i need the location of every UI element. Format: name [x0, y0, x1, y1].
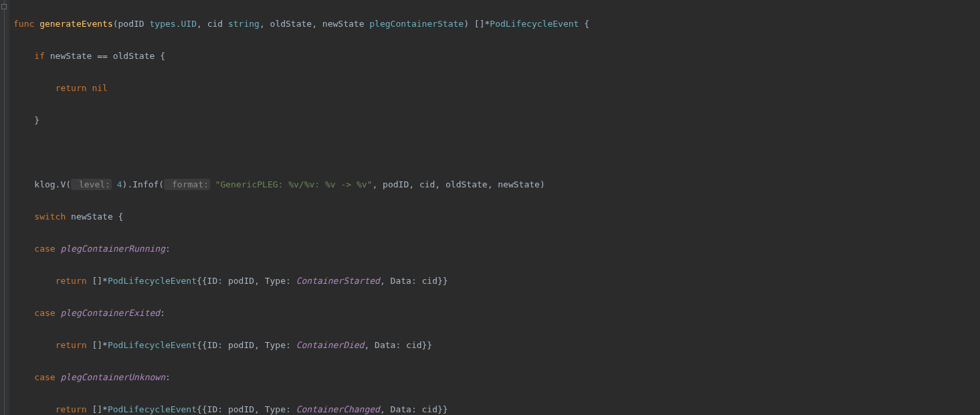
constant: ContainerDied — [296, 340, 365, 350]
code-line[interactable]: klog.V( level: 4).Infof( format: "Generi… — [13, 177, 980, 193]
code-line[interactable]: case plegContainerRunning: — [13, 241, 980, 257]
type: PodLifecycleEvent — [108, 340, 197, 350]
code-line[interactable]: return []*PodLifecycleEvent{{ID: podID, … — [13, 402, 980, 415]
code-line[interactable]: if newState == oldState { — [13, 48, 980, 64]
keyword-func: func — [13, 19, 34, 29]
param-hint-format: format: — [164, 179, 210, 190]
number: 4 — [117, 179, 122, 189]
code-line[interactable]: } — [13, 112, 980, 129]
type: plegContainerState — [369, 19, 464, 29]
code-line[interactable]: return []*PodLifecycleEvent{{ID: podID, … — [13, 337, 980, 353]
param: newState — [322, 19, 365, 29]
constant: ContainerStarted — [296, 276, 380, 286]
param: cid — [207, 19, 223, 29]
code-line[interactable]: func generateEvents(podID types.UID, cid… — [13, 16, 980, 32]
code-line[interactable]: return []*PodLifecycleEvent{{ID: podID, … — [13, 273, 980, 289]
constant: plegContainerExited — [60, 308, 160, 318]
fold-marker[interactable] — [1, 4, 7, 9]
keyword-return: return — [56, 83, 87, 93]
keyword-if: if — [34, 51, 45, 61]
code-area[interactable]: func generateEvents(podID types.UID, cid… — [9, 0, 980, 415]
constant: ContainerChanged — [296, 404, 380, 414]
keyword-case: case — [34, 244, 55, 254]
function-name: generateEvents — [39, 19, 113, 29]
param: oldState — [270, 19, 312, 29]
string: "GenericPLEG: %v/%v: %v -> %v" — [215, 179, 373, 189]
keyword-case: case — [34, 308, 55, 318]
keyword-nil: nil — [92, 83, 107, 93]
param: podID — [118, 19, 144, 29]
code-line[interactable]: return nil — [13, 80, 980, 96]
param-hint-level: level: — [71, 179, 112, 190]
keyword-return: return — [56, 276, 87, 286]
type: PodLifecycleEvent — [108, 276, 197, 286]
constant: plegContainerRunning — [60, 244, 165, 254]
code-line[interactable]: case plegContainerUnknown: — [13, 369, 980, 386]
code-line[interactable]: case plegContainerExited: — [13, 305, 980, 321]
type: PodLifecycleEvent — [108, 404, 197, 414]
keyword-case: case — [34, 372, 55, 382]
code-line[interactable] — [13, 145, 980, 161]
constant: plegContainerUnknown — [60, 372, 165, 382]
code-line[interactable]: switch newState { — [13, 209, 980, 225]
type: string — [228, 19, 260, 29]
fold-guide — [4, 0, 5, 415]
keyword-switch: switch — [34, 212, 66, 222]
code-editor[interactable]: func generateEvents(podID types.UID, cid… — [0, 0, 980, 415]
gutter — [0, 0, 9, 415]
keyword-return: return — [56, 404, 87, 414]
type: types.UID — [150, 19, 197, 29]
type: PodLifecycleEvent — [490, 19, 579, 29]
keyword-return: return — [56, 340, 87, 350]
